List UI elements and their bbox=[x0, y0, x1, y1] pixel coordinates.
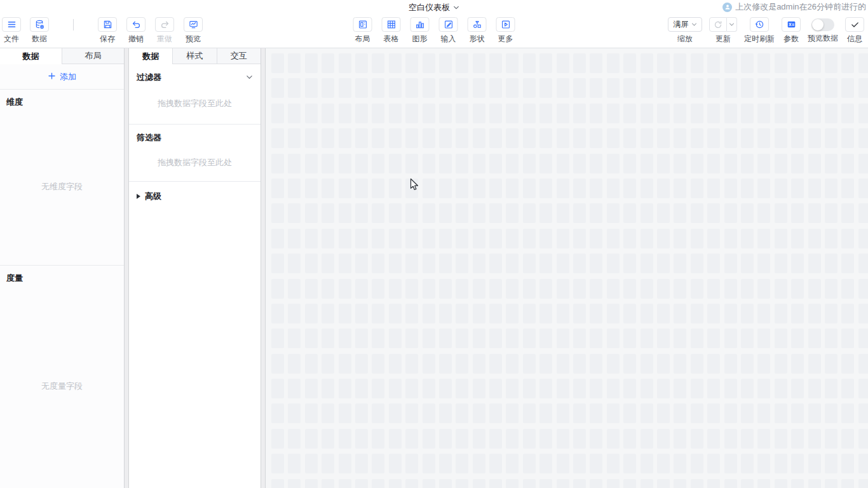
grid-cell bbox=[674, 229, 686, 248]
advanced-expander[interactable]: 高级 bbox=[129, 182, 261, 211]
grid-cell bbox=[573, 329, 586, 348]
grid-cell bbox=[523, 203, 536, 223]
selector-dropzone[interactable]: 拖拽数据字段至此处 bbox=[129, 144, 261, 181]
grid-cell bbox=[456, 53, 468, 73]
grid-cell bbox=[858, 78, 868, 98]
preview-button[interactable]: 预览 bbox=[184, 17, 203, 43]
grid-cell bbox=[355, 379, 368, 398]
grid-cell bbox=[674, 154, 686, 173]
undo-button[interactable]: 撤销 bbox=[126, 17, 146, 43]
grid-cell bbox=[775, 203, 787, 223]
more-button[interactable]: 更多 bbox=[496, 17, 515, 43]
splitter-right[interactable] bbox=[261, 48, 266, 488]
tab-panel-data[interactable]: 数据 bbox=[129, 48, 173, 64]
grid-cell bbox=[858, 279, 868, 299]
table-button[interactable]: 表格 bbox=[382, 17, 401, 43]
layout-button[interactable]: 布局 bbox=[353, 17, 372, 43]
grid-cell bbox=[791, 354, 804, 374]
grid-cell bbox=[506, 179, 519, 198]
grid-cell bbox=[573, 279, 586, 299]
grid-cell bbox=[757, 479, 770, 488]
grid-cell bbox=[389, 329, 402, 348]
grid-cell bbox=[405, 78, 418, 98]
tab-panel-interaction[interactable]: 交互 bbox=[217, 48, 261, 64]
grid-cell bbox=[707, 203, 720, 223]
splitter-left[interactable] bbox=[124, 48, 129, 488]
grid-cell bbox=[825, 379, 837, 398]
grid-cell bbox=[339, 53, 351, 73]
grid-cell bbox=[439, 53, 452, 73]
grid-cell bbox=[623, 429, 636, 449]
grid-cell bbox=[775, 279, 787, 299]
shape-button[interactable]: 形状 bbox=[468, 17, 487, 43]
grid-cell bbox=[523, 229, 536, 248]
grid-cell bbox=[674, 454, 686, 473]
params-button[interactable]: 参数 bbox=[782, 17, 801, 43]
grid-cell bbox=[288, 229, 301, 248]
grid-cell bbox=[590, 179, 602, 198]
grid-cell bbox=[607, 379, 620, 398]
zoom-mode-select[interactable]: 满屏 bbox=[668, 17, 702, 32]
undo-icon bbox=[126, 17, 146, 32]
grid-cell bbox=[355, 254, 368, 273]
grid-cell bbox=[557, 128, 569, 148]
grid-cell bbox=[506, 128, 519, 148]
preview-data-toggle[interactable] bbox=[811, 18, 834, 31]
grid-cell bbox=[858, 454, 868, 473]
tab-layout[interactable]: 布局 bbox=[62, 48, 124, 64]
refresh-icon[interactable] bbox=[709, 17, 727, 32]
file-button[interactable]: 文件 bbox=[2, 17, 21, 43]
timed-refresh-button[interactable]: 定时刷新 bbox=[744, 17, 775, 43]
dashboard-canvas[interactable] bbox=[266, 48, 868, 488]
toolbar-left: 文件 数据 保存 bbox=[2, 17, 203, 43]
grid-cell bbox=[757, 53, 770, 73]
layout-icon bbox=[353, 17, 372, 32]
chevron-down-icon bbox=[453, 3, 459, 13]
grid-cell bbox=[456, 154, 468, 173]
editor-body: 数据 布局 添加 维度 无维度字段 度量 无度量字段 数据 bbox=[0, 48, 868, 488]
grid-cell bbox=[707, 454, 720, 473]
dashboard-title-dropdown[interactable]: 空白仪表板 bbox=[409, 2, 459, 13]
grid-cell bbox=[389, 454, 402, 473]
chart-button[interactable]: 图形 bbox=[410, 17, 430, 43]
grid-cell bbox=[506, 104, 519, 123]
grid-cell bbox=[271, 203, 284, 223]
grid-cell bbox=[623, 53, 636, 73]
grid-cell bbox=[757, 203, 770, 223]
grid-cell bbox=[539, 379, 552, 398]
grid-cell bbox=[557, 78, 569, 98]
tab-data[interactable]: 数据 bbox=[0, 48, 62, 64]
add-dataset-button[interactable]: 添加 bbox=[0, 64, 124, 90]
grid-cell bbox=[355, 479, 368, 488]
save-button[interactable]: 保存 bbox=[98, 17, 117, 43]
grid-cell bbox=[841, 78, 854, 98]
redo-button[interactable]: 重做 bbox=[155, 17, 174, 43]
grid-cell bbox=[791, 279, 804, 299]
input-button[interactable]: 输入 bbox=[439, 17, 458, 43]
tab-panel-style[interactable]: 样式 bbox=[173, 48, 217, 64]
grid-cell bbox=[405, 329, 418, 348]
grid-cell bbox=[271, 128, 284, 148]
grid-cell bbox=[489, 154, 502, 173]
filter-dropzone[interactable]: 拖拽数据字段至此处 bbox=[129, 83, 261, 124]
grid-cell bbox=[573, 203, 586, 223]
grid-cell bbox=[372, 279, 384, 299]
grid-cell bbox=[288, 354, 301, 374]
grid-cell bbox=[623, 203, 636, 223]
grid-cell bbox=[473, 329, 485, 348]
grid-cell bbox=[523, 429, 536, 449]
grid-cell bbox=[506, 403, 519, 423]
grid-cell bbox=[674, 254, 686, 273]
refresh-options-chevron[interactable] bbox=[727, 17, 737, 32]
grid-cell bbox=[473, 403, 485, 423]
grid-cell bbox=[405, 454, 418, 473]
menu-icon bbox=[2, 17, 21, 32]
chevron-down-icon[interactable] bbox=[246, 73, 253, 83]
grid-cell bbox=[791, 304, 804, 323]
grid-cell bbox=[439, 104, 452, 123]
info-button[interactable]: 信息 bbox=[845, 17, 864, 43]
grid-cell bbox=[271, 479, 284, 488]
grid-cell bbox=[523, 403, 536, 423]
data-button[interactable]: 数据 bbox=[30, 17, 49, 43]
grid-cell bbox=[288, 454, 301, 473]
